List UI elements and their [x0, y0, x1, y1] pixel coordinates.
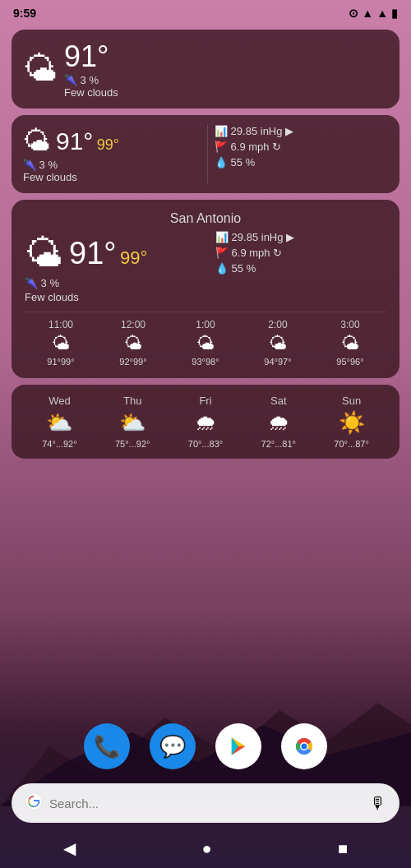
- day-temps: 72°...81°: [261, 439, 296, 449]
- phone-app-icon[interactable]: 📞: [84, 723, 130, 769]
- humidity-large: 💧 55 %: [215, 262, 386, 275]
- signal-icon: ▲: [376, 7, 388, 20]
- day-name: Sat: [270, 395, 287, 407]
- weather-widget-small[interactable]: 🌤 91° 🌂 3 % Few clouds: [12, 30, 399, 108]
- rain-small: 🌂 3 %: [64, 74, 118, 86]
- wind-medium: 🚩 6.9 mph ↻: [215, 141, 388, 153]
- back-button[interactable]: ◀: [63, 838, 76, 858]
- svg-point-11: [302, 744, 307, 750]
- hour-temps: 95°96°: [336, 357, 363, 367]
- nav-bar: ◀ ● ■: [0, 829, 411, 868]
- rain-large: 🌂 3 %: [25, 277, 202, 289]
- google-logo: [25, 792, 43, 815]
- wind-large: 🚩 6.9 mph ↻: [215, 247, 386, 259]
- hourly-item: 12:00 🌤 92°99°: [119, 319, 146, 367]
- hourly-item: 1:00 🌤 93°98°: [192, 319, 219, 367]
- daily-item: Sat 🌧 72°...81°: [261, 395, 296, 449]
- rain-medium: 🌂 3 %: [23, 159, 204, 171]
- pressure-large: 📊 29.85 inHg ▶: [215, 231, 386, 243]
- condition-medium: Few clouds: [23, 171, 204, 183]
- day-temps: 70°...83°: [188, 439, 223, 449]
- weather-icon-small: 🌤: [23, 49, 58, 89]
- day-name: Fri: [199, 395, 211, 407]
- recents-button[interactable]: ■: [338, 839, 348, 858]
- day-icon: 🌧: [268, 410, 289, 436]
- temp-large: 91°: [69, 236, 116, 270]
- hour-temps: 91°99°: [47, 357, 74, 367]
- hour-icon: 🌤: [196, 333, 215, 354]
- hourly-forecast: 11:00 🌤 91°99° 12:00 🌤 92°99° 1:00 🌤 93°…: [25, 312, 386, 367]
- play-store-icon[interactable]: [215, 723, 261, 769]
- google-assistant-icon[interactable]: 🎙: [370, 794, 386, 813]
- day-icon: ⛅: [119, 410, 145, 436]
- status-icons: ⊙ ▲ ▲ ▮: [349, 7, 398, 20]
- clock: 9:59: [13, 7, 36, 20]
- app-dock: 📞 💬: [0, 723, 411, 769]
- messages-app-icon[interactable]: 💬: [150, 723, 196, 769]
- day-icon: ☀️: [339, 410, 365, 436]
- hour-icon: 🌤: [269, 333, 287, 354]
- day-icon: 🌧: [195, 410, 216, 436]
- chrome-app-icon[interactable]: [281, 723, 327, 769]
- hour-time: 11:00: [48, 319, 73, 330]
- status-bar: 9:59 ⊙ ▲ ▲ ▮: [0, 0, 411, 23]
- day-temps: 70°...87°: [334, 439, 368, 449]
- medium-right: 📊 29.85 inHg ▶ 🚩 6.9 mph ↻ 💧 55 %: [207, 125, 388, 183]
- hour-temps: 92°99°: [119, 357, 146, 367]
- hour-icon: 🌤: [52, 333, 70, 354]
- condition-large: Few clouds: [25, 291, 202, 303]
- city-label: San Antonio: [25, 211, 386, 226]
- temp-small: 91°: [64, 39, 118, 74]
- hourly-item: 3:00 🌤 95°96°: [336, 319, 363, 367]
- day-name: Wed: [48, 395, 71, 407]
- temp-high-medium: 99°: [97, 136, 119, 153]
- hour-time: 1:00: [196, 319, 215, 330]
- hour-time: 3:00: [340, 319, 359, 330]
- hourly-item: 2:00 🌤 94°97°: [264, 319, 291, 367]
- temp-medium: 91°: [56, 127, 93, 155]
- daily-item: Thu ⛅ 75°...92°: [115, 395, 150, 449]
- day-temps: 74°...92°: [42, 439, 76, 449]
- humidity-medium: 💧 55 %: [215, 156, 388, 169]
- hour-temps: 94°97°: [264, 357, 291, 367]
- daily-item: Wed ⛅ 74°...92°: [42, 395, 76, 449]
- weather-icon-large: 🌤: [25, 231, 62, 275]
- hour-temps: 93°98°: [192, 357, 219, 367]
- weather-icon-medium: 🌤: [23, 125, 51, 157]
- search-bar[interactable]: 🎙: [12, 783, 399, 823]
- large-left: 🌤 91° 99° 🌂 3 % Few clouds: [25, 231, 202, 303]
- hourly-item: 11:00 🌤 91°99°: [47, 319, 74, 367]
- day-icon: ⛅: [46, 410, 72, 436]
- home-button[interactable]: ●: [201, 839, 211, 858]
- weather-widget-daily[interactable]: Wed ⛅ 74°...92° Thu ⛅ 75°...92° Fri 🌧 70…: [12, 385, 399, 459]
- day-temps: 75°...92°: [115, 439, 150, 449]
- large-right: 📊 29.85 inHg ▶ 🚩 6.9 mph ↻ 💧 55 %: [209, 231, 386, 303]
- day-name: Thu: [123, 395, 141, 407]
- weather-widget-medium[interactable]: 🌤 91° 99° 🌂 3 % Few clouds 📊 29.85 inHg …: [12, 115, 399, 193]
- pressure-medium: 📊 29.85 inHg ▶: [215, 125, 388, 137]
- condition-small: Few clouds: [64, 86, 118, 99]
- daily-item: Fri 🌧 70°...83°: [188, 395, 223, 449]
- hour-icon: 🌤: [341, 333, 359, 354]
- hour-time: 2:00: [268, 319, 287, 330]
- search-input[interactable]: [49, 796, 363, 810]
- daily-item: Sun ☀️ 70°...87°: [334, 395, 368, 449]
- battery-icon: ▮: [391, 7, 398, 20]
- temp-high-large: 99°: [120, 247, 147, 268]
- hour-time: 12:00: [121, 319, 145, 330]
- weather-widget-large[interactable]: San Antonio 🌤 91° 99° 🌂 3 % Few clouds 📊…: [12, 200, 399, 378]
- medium-left: 🌤 91° 99° 🌂 3 % Few clouds: [23, 125, 204, 183]
- hour-icon: 🌤: [124, 333, 142, 354]
- alarm-icon: ⊙: [349, 7, 358, 20]
- day-name: Sun: [342, 395, 361, 407]
- wifi-icon: ▲: [362, 7, 373, 20]
